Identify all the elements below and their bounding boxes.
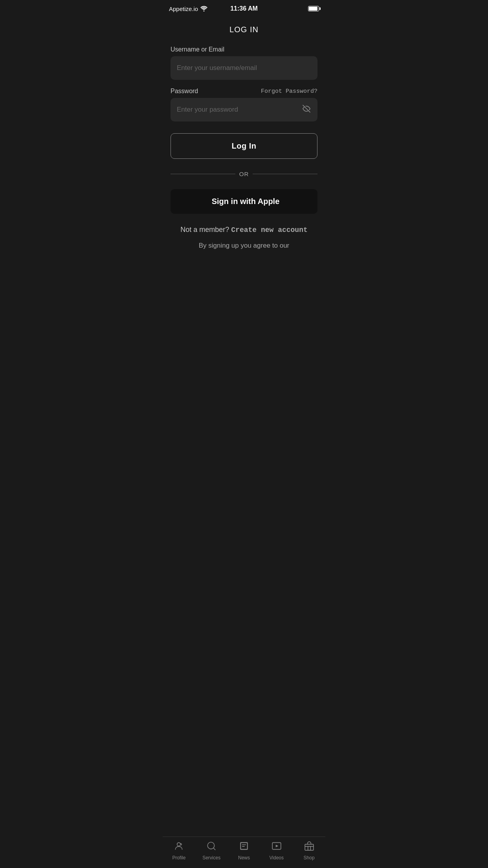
password-input[interactable] [171,98,317,121]
not-member-text: Not a member? [180,226,229,234]
apple-button-label: Sign in with Apple [212,197,280,206]
eye-hidden-icon[interactable] [302,105,311,115]
password-label: Password [171,88,198,95]
battery-icon [308,6,319,11]
username-input[interactable] [171,56,317,80]
apple-signin-button[interactable]: Sign in with Apple [171,189,317,214]
status-bar: Appetize.io 11:36 AM [163,0,325,17]
username-input-container [171,56,317,80]
status-time: 11:36 AM [230,5,258,12]
password-input-container [171,98,317,121]
wifi-icon [200,6,207,11]
or-text: OR [239,171,249,177]
password-header: Password Forgot Password? [171,88,317,95]
battery-container [308,6,319,11]
username-section: Username or Email [171,46,317,80]
page-title: LOG IN [171,17,317,46]
terms-text: By signing up you agree to our [171,242,317,250]
password-section: Password Forgot Password? [171,88,317,121]
carrier-label: Appetize.io [169,6,198,12]
or-divider: OR [171,171,317,177]
divider-line-left [171,174,235,174]
svg-point-0 [204,11,205,12]
login-button[interactable]: Log In [171,133,317,159]
main-content: LOG IN Username or Email Password Forgot… [163,17,325,289]
carrier-wifi: Appetize.io [169,6,207,12]
battery-fill [309,7,317,11]
register-text: Not a member? Create new account [171,226,317,234]
create-account-link[interactable]: Create new account [231,226,307,234]
username-label: Username or Email [171,46,317,53]
forgot-password-link[interactable]: Forgot Password? [261,88,317,95]
divider-line-right [253,174,317,174]
